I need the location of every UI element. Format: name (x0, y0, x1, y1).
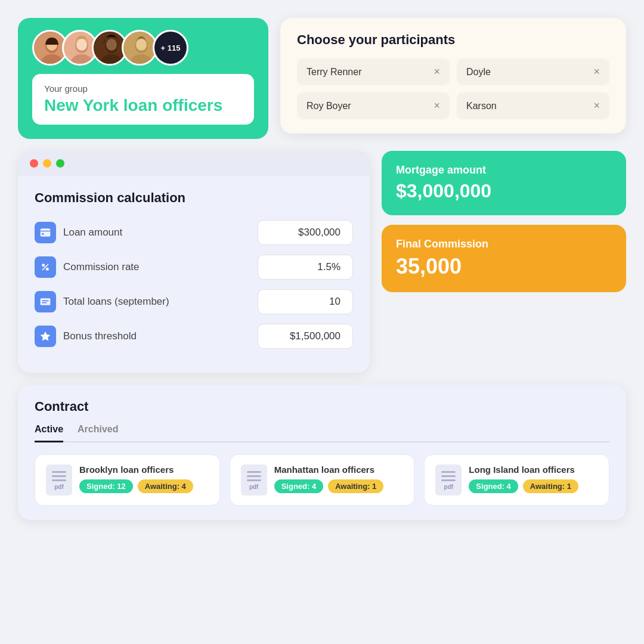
remove-terry-icon[interactable]: × (434, 66, 440, 78)
avatar-count: + 115 (153, 30, 188, 66)
badge-row-brooklyn: Signed: 12 Awaiting: 4 (79, 479, 209, 493)
mortgage-card: Mortgage amount $3,000,000 (382, 151, 626, 215)
top-section: + 115 Your group New York loan officers … (18, 18, 626, 139)
participant-name-karson: Karson (466, 101, 497, 112)
calc-row-total-loans: Total loans (september) 10 (35, 289, 353, 314)
group-inner-card: Your group New York loan officers (32, 74, 254, 125)
pdf-line-2 (52, 475, 66, 477)
pdf-line-l3 (441, 479, 456, 481)
participant-tag-karson[interactable]: Karson × (457, 92, 609, 119)
contract-name-brooklyn: Brooklyn loan officers (79, 465, 209, 475)
calc-titlebar (18, 151, 370, 176)
right-cards: Mortgage amount $3,000,000 Final Commiss… (382, 151, 626, 292)
commission-rate-label: Commission rate (63, 261, 140, 273)
bonus-icon (35, 326, 56, 347)
mortgage-amount: $3,000,000 (396, 180, 612, 202)
calc-row-left-commission: Commission rate (35, 256, 140, 278)
participant-tag-roy[interactable]: Roy Boyer × (297, 92, 450, 119)
contract-card: Contract Active Archived pdf Brooklyn lo… (18, 385, 626, 520)
contract-name-manhattan: Manhattan loan officers (274, 465, 404, 475)
participant-name-doyle: Doyle (466, 67, 491, 78)
svg-rect-20 (41, 298, 51, 305)
contract-info-manhattan: Manhattan loan officers Signed: 4 Awaiti… (274, 465, 404, 493)
pdf-line-3 (52, 479, 66, 481)
participant-tag-terry[interactable]: Terry Renner × (297, 58, 450, 85)
contract-list: pdf Brooklyn loan officers Signed: 12 Aw… (35, 454, 609, 506)
tab-archived[interactable]: Archived (78, 424, 118, 441)
participants-title: Choose your participants (297, 32, 609, 48)
pdf-label-brooklyn: pdf (54, 484, 64, 490)
participant-name-roy: Roy Boyer (306, 101, 351, 112)
commission-rate-value[interactable]: 1.5% (258, 255, 353, 280)
svg-rect-16 (41, 228, 51, 236)
pdf-label-longisland: pdf (444, 484, 454, 490)
contract-info-brooklyn: Brooklyn loan officers Signed: 12 Awaiti… (79, 465, 209, 493)
svg-point-19 (46, 268, 49, 271)
pdf-line-m2 (247, 475, 261, 477)
remove-roy-icon[interactable]: × (434, 100, 440, 112)
badge-signed-brooklyn: Signed: 12 (79, 479, 133, 493)
group-name: New York loan officers (44, 96, 242, 115)
final-commission-amount: 35,000 (396, 254, 612, 279)
total-loans-value[interactable]: 10 (258, 289, 353, 314)
bonus-threshold-value[interactable]: $1,500,000 (258, 324, 353, 349)
badge-awaiting-longisland: Awaiting: 1 (523, 479, 578, 493)
avatar-row: + 115 (32, 30, 254, 66)
calc-row-left-total: Total loans (september) (35, 291, 169, 312)
bonus-threshold-label: Bonus threshold (63, 330, 137, 342)
remove-karson-icon[interactable]: × (593, 100, 600, 112)
middle-section: Commission calculation Loan amount $300,… (18, 151, 626, 373)
loan-amount-value[interactable]: $300,000 (258, 220, 353, 245)
badge-signed-longisland: Signed: 4 (469, 479, 518, 493)
participant-tag-doyle[interactable]: Doyle × (457, 58, 609, 85)
badge-row-longisland: Signed: 4 Awaiting: 1 (469, 479, 598, 493)
svg-point-7 (76, 39, 87, 51)
calc-row-left-bonus: Bonus threshold (35, 326, 137, 347)
participants-grid: Terry Renner × Doyle × Roy Boyer × Karso… (297, 58, 609, 119)
group-card: + 115 Your group New York loan officers (18, 18, 268, 139)
final-commission-label: Final Commission (396, 238, 612, 250)
badge-signed-manhattan: Signed: 4 (274, 479, 324, 493)
mortgage-label: Mortgage amount (396, 164, 612, 177)
badge-row-manhattan: Signed: 4 Awaiting: 1 (274, 479, 404, 493)
calc-row-bonus: Bonus threshold $1,500,000 (35, 324, 353, 349)
contract-item-longisland: pdf Long Island loan officers Signed: 4 … (424, 454, 609, 506)
calc-row-left-loan: Loan amount (35, 222, 122, 243)
svg-point-17 (42, 233, 44, 235)
pdf-line-m1 (247, 471, 261, 473)
final-commission-card: Final Commission 35,000 (382, 225, 626, 292)
pdf-line-l1 (441, 471, 456, 473)
badge-awaiting-brooklyn: Awaiting: 4 (138, 479, 193, 493)
avatar-4 (122, 30, 157, 66)
pdf-icon-manhattan: pdf (241, 465, 267, 496)
pdf-line-1 (52, 471, 66, 473)
contract-tabs: Active Archived (35, 424, 609, 442)
pdf-label-manhattan: pdf (249, 484, 259, 490)
svg-point-18 (42, 264, 45, 267)
svg-point-11 (106, 39, 117, 51)
calc-title: Commission calculation (35, 190, 353, 206)
traffic-dot-yellow (43, 159, 51, 168)
participant-name-terry: Terry Renner (306, 67, 361, 78)
commission-icon (35, 256, 56, 278)
calc-row-loan: Loan amount $300,000 (35, 220, 353, 245)
contract-item-manhattan: pdf Manhattan loan officers Signed: 4 Aw… (230, 454, 415, 506)
contract-name-longisland: Long Island loan officers (469, 465, 598, 475)
loan-amount-label: Loan amount (63, 227, 122, 239)
total-loans-icon (35, 291, 56, 312)
loan-icon (35, 222, 56, 243)
contract-title: Contract (35, 399, 609, 414)
pdf-line-l2 (441, 475, 456, 477)
calc-body: Commission calculation Loan amount $300,… (18, 176, 370, 373)
total-loans-label: Total loans (september) (63, 296, 169, 308)
calculator-card: Commission calculation Loan amount $300,… (18, 151, 370, 373)
contract-item-brooklyn: pdf Brooklyn loan officers Signed: 12 Aw… (35, 454, 220, 506)
contract-info-longisland: Long Island loan officers Signed: 4 Awai… (469, 465, 598, 493)
traffic-dot-green (56, 159, 64, 168)
tab-active[interactable]: Active (35, 424, 63, 442)
svg-point-15 (136, 39, 147, 51)
pdf-line-m3 (247, 479, 261, 481)
group-label: Your group (44, 83, 242, 94)
remove-doyle-icon[interactable]: × (593, 66, 600, 78)
pdf-icon-longisland: pdf (435, 465, 462, 496)
